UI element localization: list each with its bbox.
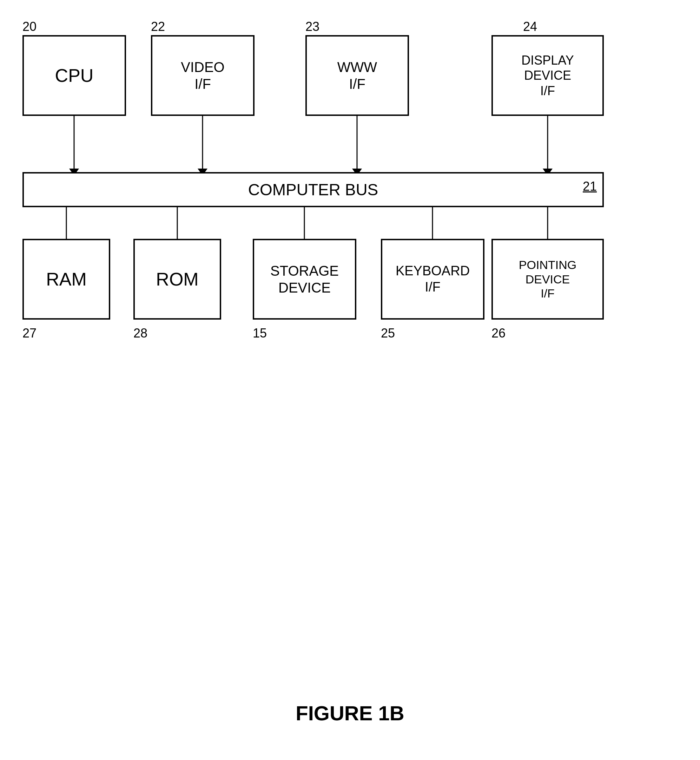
ref-15: 15: [253, 326, 267, 341]
ref-24: 24: [523, 19, 537, 34]
ram-box: RAM: [22, 239, 110, 320]
keyboard-if-box: KEYBOARDI/F: [381, 239, 484, 320]
video-if-box: VIDEOI/F: [151, 35, 255, 116]
www-if-box: WWWI/F: [305, 35, 409, 116]
storage-device-box: STORAGEDEVICE: [253, 239, 356, 320]
ref-20: 20: [22, 19, 36, 34]
ref-23: 23: [305, 19, 319, 34]
ref-26: 26: [491, 326, 506, 341]
cpu-box: CPU: [22, 35, 126, 116]
pointing-if-box: POINTINGDEVICEI/F: [491, 239, 604, 320]
ref-27: 27: [22, 326, 36, 341]
ref-25: 25: [381, 326, 395, 341]
display-if-box: DISPLAYDEVICEI/F: [491, 35, 604, 116]
figure-label: FIGURE 1B: [0, 701, 700, 725]
computer-bus-box: COMPUTER BUS: [22, 172, 604, 207]
rom-box: ROM: [133, 239, 221, 320]
ref-22: 22: [151, 19, 165, 34]
ref-28: 28: [133, 326, 147, 341]
ref-21: 21: [583, 179, 597, 194]
